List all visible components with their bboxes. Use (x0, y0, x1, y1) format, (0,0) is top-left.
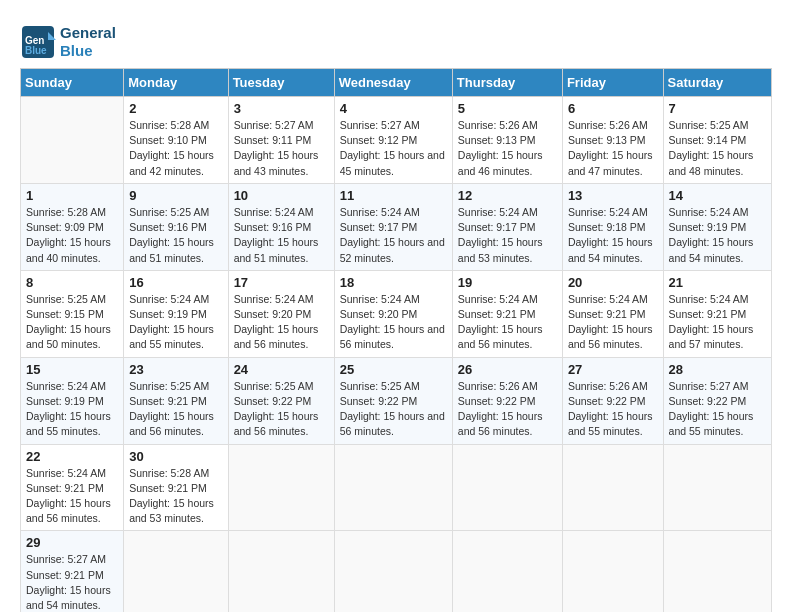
calendar-cell: 18 Sunrise: 5:24 AMSunset: 9:20 PMDaylig… (334, 270, 452, 357)
calendar-cell (124, 531, 228, 612)
calendar-cell: 25 Sunrise: 5:25 AMSunset: 9:22 PMDaylig… (334, 357, 452, 444)
day-number: 9 (129, 188, 222, 203)
day-number: 18 (340, 275, 447, 290)
day-number: 7 (669, 101, 766, 116)
calendar-cell: 2 Sunrise: 5:28 AMSunset: 9:10 PMDayligh… (124, 97, 228, 184)
day-detail: Sunrise: 5:25 AMSunset: 9:16 PMDaylight:… (129, 205, 222, 266)
day-number: 10 (234, 188, 329, 203)
day-number: 15 (26, 362, 118, 377)
day-detail: Sunrise: 5:25 AMSunset: 9:21 PMDaylight:… (129, 379, 222, 440)
day-detail: Sunrise: 5:24 AMSunset: 9:19 PMDaylight:… (669, 205, 766, 266)
day-detail: Sunrise: 5:24 AMSunset: 9:16 PMDaylight:… (234, 205, 329, 266)
day-detail: Sunrise: 5:24 AMSunset: 9:21 PMDaylight:… (568, 292, 658, 353)
calendar-cell: 21 Sunrise: 5:24 AMSunset: 9:21 PMDaylig… (663, 270, 771, 357)
calendar-cell: 7 Sunrise: 5:25 AMSunset: 9:14 PMDayligh… (663, 97, 771, 184)
calendar-cell: 9 Sunrise: 5:25 AMSunset: 9:16 PMDayligh… (124, 183, 228, 270)
day-detail: Sunrise: 5:28 AMSunset: 9:10 PMDaylight:… (129, 118, 222, 179)
day-detail: Sunrise: 5:24 AMSunset: 9:19 PMDaylight:… (26, 379, 118, 440)
col-saturday: Saturday (663, 69, 771, 97)
calendar-cell: 27 Sunrise: 5:26 AMSunset: 9:22 PMDaylig… (562, 357, 663, 444)
day-number: 27 (568, 362, 658, 377)
calendar-cell: 30 Sunrise: 5:28 AMSunset: 9:21 PMDaylig… (124, 444, 228, 531)
day-detail: Sunrise: 5:26 AMSunset: 9:13 PMDaylight:… (458, 118, 557, 179)
calendar-cell (334, 444, 452, 531)
col-tuesday: Tuesday (228, 69, 334, 97)
col-friday: Friday (562, 69, 663, 97)
calendar-cell: 13 Sunrise: 5:24 AMSunset: 9:18 PMDaylig… (562, 183, 663, 270)
day-detail: Sunrise: 5:25 AMSunset: 9:14 PMDaylight:… (669, 118, 766, 179)
calendar-cell (452, 444, 562, 531)
calendar-cell: 4 Sunrise: 5:27 AMSunset: 9:12 PMDayligh… (334, 97, 452, 184)
calendar-cell: 11 Sunrise: 5:24 AMSunset: 9:17 PMDaylig… (334, 183, 452, 270)
calendar-table: Sunday Monday Tuesday Wednesday Thursday… (20, 68, 772, 612)
day-number: 25 (340, 362, 447, 377)
day-detail: Sunrise: 5:25 AMSunset: 9:22 PMDaylight:… (234, 379, 329, 440)
calendar-cell (562, 444, 663, 531)
calendar-cell (228, 444, 334, 531)
day-number: 19 (458, 275, 557, 290)
day-number: 22 (26, 449, 118, 464)
day-detail: Sunrise: 5:24 AMSunset: 9:17 PMDaylight:… (458, 205, 557, 266)
day-number: 28 (669, 362, 766, 377)
day-number: 11 (340, 188, 447, 203)
calendar-cell: 20 Sunrise: 5:24 AMSunset: 9:21 PMDaylig… (562, 270, 663, 357)
calendar-cell (562, 531, 663, 612)
day-number: 12 (458, 188, 557, 203)
calendar-cell: 1 Sunrise: 5:28 AMSunset: 9:09 PMDayligh… (21, 183, 124, 270)
calendar-cell: 23 Sunrise: 5:25 AMSunset: 9:21 PMDaylig… (124, 357, 228, 444)
day-number: 20 (568, 275, 658, 290)
day-number: 4 (340, 101, 447, 116)
day-detail: Sunrise: 5:25 AMSunset: 9:15 PMDaylight:… (26, 292, 118, 353)
calendar-cell (21, 97, 124, 184)
day-detail: Sunrise: 5:24 AMSunset: 9:19 PMDaylight:… (129, 292, 222, 353)
logo-icon: Gen Blue (20, 24, 56, 60)
calendar-cell: 6 Sunrise: 5:26 AMSunset: 9:13 PMDayligh… (562, 97, 663, 184)
calendar-cell: 16 Sunrise: 5:24 AMSunset: 9:19 PMDaylig… (124, 270, 228, 357)
day-detail: Sunrise: 5:25 AMSunset: 9:22 PMDaylight:… (340, 379, 447, 440)
calendar-cell: 14 Sunrise: 5:24 AMSunset: 9:19 PMDaylig… (663, 183, 771, 270)
calendar-cell (452, 531, 562, 612)
calendar-cell: 29 Sunrise: 5:27 AMSunset: 9:21 PMDaylig… (21, 531, 124, 612)
calendar-cell (228, 531, 334, 612)
logo-text-line1: General (60, 24, 116, 42)
day-number: 6 (568, 101, 658, 116)
day-detail: Sunrise: 5:27 AMSunset: 9:11 PMDaylight:… (234, 118, 329, 179)
calendar-cell (334, 531, 452, 612)
day-detail: Sunrise: 5:24 AMSunset: 9:21 PMDaylight:… (458, 292, 557, 353)
calendar-cell: 8 Sunrise: 5:25 AMSunset: 9:15 PMDayligh… (21, 270, 124, 357)
day-number: 21 (669, 275, 766, 290)
day-number: 30 (129, 449, 222, 464)
calendar-cell: 12 Sunrise: 5:24 AMSunset: 9:17 PMDaylig… (452, 183, 562, 270)
col-wednesday: Wednesday (334, 69, 452, 97)
calendar-cell (663, 444, 771, 531)
calendar-cell: 15 Sunrise: 5:24 AMSunset: 9:19 PMDaylig… (21, 357, 124, 444)
day-detail: Sunrise: 5:24 AMSunset: 9:21 PMDaylight:… (669, 292, 766, 353)
day-number: 1 (26, 188, 118, 203)
day-number: 16 (129, 275, 222, 290)
calendar-cell: 19 Sunrise: 5:24 AMSunset: 9:21 PMDaylig… (452, 270, 562, 357)
col-sunday: Sunday (21, 69, 124, 97)
day-detail: Sunrise: 5:24 AMSunset: 9:21 PMDaylight:… (26, 466, 118, 527)
day-detail: Sunrise: 5:28 AMSunset: 9:21 PMDaylight:… (129, 466, 222, 527)
day-detail: Sunrise: 5:24 AMSunset: 9:17 PMDaylight:… (340, 205, 447, 266)
day-detail: Sunrise: 5:26 AMSunset: 9:13 PMDaylight:… (568, 118, 658, 179)
calendar-cell: 17 Sunrise: 5:24 AMSunset: 9:20 PMDaylig… (228, 270, 334, 357)
day-detail: Sunrise: 5:28 AMSunset: 9:09 PMDaylight:… (26, 205, 118, 266)
day-detail: Sunrise: 5:26 AMSunset: 9:22 PMDaylight:… (458, 379, 557, 440)
day-detail: Sunrise: 5:26 AMSunset: 9:22 PMDaylight:… (568, 379, 658, 440)
day-detail: Sunrise: 5:24 AMSunset: 9:20 PMDaylight:… (234, 292, 329, 353)
logo-text-line2: Blue (60, 42, 116, 60)
col-monday: Monday (124, 69, 228, 97)
calendar-cell: 24 Sunrise: 5:25 AMSunset: 9:22 PMDaylig… (228, 357, 334, 444)
day-number: 2 (129, 101, 222, 116)
calendar-cell: 5 Sunrise: 5:26 AMSunset: 9:13 PMDayligh… (452, 97, 562, 184)
svg-text:Blue: Blue (25, 45, 47, 56)
day-number: 23 (129, 362, 222, 377)
calendar-cell: 3 Sunrise: 5:27 AMSunset: 9:11 PMDayligh… (228, 97, 334, 184)
day-number: 29 (26, 535, 118, 550)
day-number: 17 (234, 275, 329, 290)
calendar-cell: 22 Sunrise: 5:24 AMSunset: 9:21 PMDaylig… (21, 444, 124, 531)
day-detail: Sunrise: 5:24 AMSunset: 9:20 PMDaylight:… (340, 292, 447, 353)
logo: Gen Blue General Blue (20, 20, 116, 60)
day-number: 8 (26, 275, 118, 290)
